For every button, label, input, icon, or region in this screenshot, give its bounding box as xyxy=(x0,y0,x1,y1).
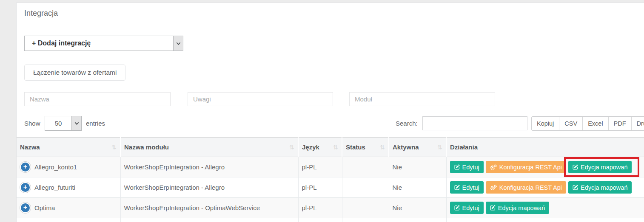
edit-mappings-button[interactable]: Edycja mapowań xyxy=(568,161,632,173)
cell-dzialania: EdytujEdycja mapowań xyxy=(446,198,644,218)
cell-nazwa: +Allegro_konto1 xyxy=(17,157,120,177)
column-header-status[interactable]: Status⇅ xyxy=(342,138,389,157)
page-length-select[interactable]: 50 xyxy=(45,116,82,131)
column-label: Działania xyxy=(450,143,478,151)
page-canvas: Integracja + Dodaj integrację Łączenie t… xyxy=(0,0,644,222)
table-header-row: Nazwa⇅Nazwa modułu⇅Język⇅Status⇅Aktywna⇅… xyxy=(17,138,644,157)
cell-empty xyxy=(298,218,342,222)
expand-row-button[interactable]: + xyxy=(20,182,31,193)
search-input[interactable] xyxy=(422,116,527,130)
page-title: Integracja xyxy=(24,9,58,18)
show-label: Show xyxy=(24,116,40,131)
plus-icon: + xyxy=(23,204,27,211)
select-drop-button xyxy=(71,116,81,130)
cell-empty xyxy=(17,218,120,222)
edit-icon xyxy=(454,164,460,170)
cell-modul: WorkerShopErpIntegration - OptimaWebServ… xyxy=(120,198,298,218)
sort-icon: ⇅ xyxy=(437,144,442,151)
plus-icon: + xyxy=(23,163,27,170)
sort-icon: ⇅ xyxy=(111,144,117,151)
cell-empty xyxy=(446,218,644,222)
export-button-group: KopiujCSVExcelPDFDrukuj xyxy=(531,116,644,131)
cell-status xyxy=(342,157,389,177)
cell-jezyk: pl-PL xyxy=(298,157,342,177)
row-name-wrap: +Allegro_futuriti xyxy=(20,182,117,193)
row-name-wrap: +Allegro_konto1 xyxy=(20,162,117,172)
cell-modul: WorkerShopErpIntegration - Allegro xyxy=(120,157,298,177)
action-label: Edytuj xyxy=(462,205,479,211)
rest-config-button[interactable]: Konfiguracja REST Api xyxy=(486,161,566,173)
export-print-button[interactable]: Drukuj xyxy=(631,117,644,130)
rest-config-button[interactable]: Konfiguracja REST Api xyxy=(486,181,566,194)
cell-jezyk: pl-PL xyxy=(298,177,342,198)
column-header-aktywna[interactable]: Aktywna⇅ xyxy=(389,138,446,157)
add-integration-label: + Dodaj integrację xyxy=(25,36,173,51)
edit-button[interactable]: Edytuj xyxy=(450,202,484,214)
integration-name: Optima xyxy=(34,204,55,211)
entries-label: entries xyxy=(86,116,105,131)
row-name-wrap: +Optima xyxy=(20,202,117,213)
expand-row-button[interactable]: + xyxy=(20,202,31,213)
action-label: Edytuj xyxy=(462,184,479,191)
table-row: +Allegro_konto1WorkerShopErpIntegration … xyxy=(17,157,644,177)
action-label: Edycja mapowań xyxy=(581,164,627,171)
edit-icon xyxy=(454,205,460,211)
add-integration-select[interactable]: + Dodaj integrację xyxy=(24,36,183,51)
edit-icon xyxy=(490,205,496,211)
content-card: Integracja + Dodaj integrację Łączenie t… xyxy=(16,3,644,222)
integrations-table: Nazwa⇅Nazwa modułu⇅Język⇅Status⇅Aktywna⇅… xyxy=(17,137,644,222)
action-label: Edycja mapowań xyxy=(581,184,627,191)
edit-button[interactable]: Edytuj xyxy=(450,161,484,173)
edit-icon xyxy=(573,164,578,170)
action-label: Edycja mapowań xyxy=(498,205,545,211)
column-header-jezyk[interactable]: Język⇅ xyxy=(298,138,342,157)
cell-dzialania: EdytujKonfiguracja REST ApiEdycja mapowa… xyxy=(446,157,644,177)
export-csv-button[interactable]: CSV xyxy=(559,117,582,130)
cell-aktywna: Nie xyxy=(389,157,446,177)
column-label: Aktywna xyxy=(393,143,419,151)
edit-mappings-button[interactable]: Edycja mapowań xyxy=(486,202,549,214)
export-excel-button[interactable]: Excel xyxy=(582,117,608,130)
search-label: Search: xyxy=(396,116,418,131)
cell-dzialania: EdytujKonfiguracja REST ApiEdycja mapowa… xyxy=(446,177,644,198)
column-label: Nazwa modułu xyxy=(124,143,169,151)
cogs-icon xyxy=(490,185,497,191)
page-length-value: 50 xyxy=(45,116,71,130)
cell-status xyxy=(342,177,389,198)
edit-mappings-button[interactable]: Edycja mapowań xyxy=(568,181,632,194)
cell-empty xyxy=(389,218,446,222)
integrations-table-wrap: Nazwa⇅Nazwa modułu⇅Język⇅Status⇅Aktywna⇅… xyxy=(17,137,644,222)
link-products-offers-button[interactable]: Łączenie towarów z ofertami xyxy=(24,65,125,81)
column-label: Status xyxy=(346,143,365,151)
column-header-modul[interactable]: Nazwa modułu⇅ xyxy=(120,138,298,157)
cell-aktywna: Nie xyxy=(389,177,446,198)
export-pdf-button[interactable]: PDF xyxy=(608,117,631,130)
action-label: Konfiguracja REST Api xyxy=(499,164,562,171)
filter-module-input[interactable] xyxy=(349,92,495,106)
column-header-dzialania: Działania xyxy=(446,138,644,157)
column-header-nazwa[interactable]: Nazwa⇅ xyxy=(17,138,120,157)
table-row-empty xyxy=(17,218,644,222)
integration-name: Allegro_konto1 xyxy=(34,163,77,171)
table-row: +OptimaWorkerShopErpIntegration - Optima… xyxy=(17,198,644,218)
filter-name-input[interactable] xyxy=(24,92,171,106)
expand-row-button[interactable]: + xyxy=(20,162,31,172)
cell-empty xyxy=(120,218,298,222)
export-copy-button[interactable]: Kopiuj xyxy=(532,117,559,130)
integration-name: Allegro_futuriti xyxy=(34,184,75,191)
cell-status xyxy=(342,198,389,218)
sort-icon: ⇅ xyxy=(289,144,294,151)
filter-notes-input[interactable] xyxy=(188,92,333,106)
cell-empty xyxy=(342,218,389,222)
action-label: Konfiguracja REST Api xyxy=(499,184,562,191)
column-label: Język xyxy=(302,143,319,151)
cell-jezyk: pl-PL xyxy=(298,198,342,218)
plus-icon: + xyxy=(23,184,27,191)
cell-aktywna: Nie xyxy=(389,198,446,218)
select-drop-button xyxy=(173,36,183,51)
edit-button[interactable]: Edytuj xyxy=(450,181,484,194)
column-label: Nazwa xyxy=(20,143,40,151)
sort-icon: ⇅ xyxy=(333,144,338,151)
action-label: Edytuj xyxy=(462,164,479,171)
edit-icon xyxy=(454,185,460,190)
